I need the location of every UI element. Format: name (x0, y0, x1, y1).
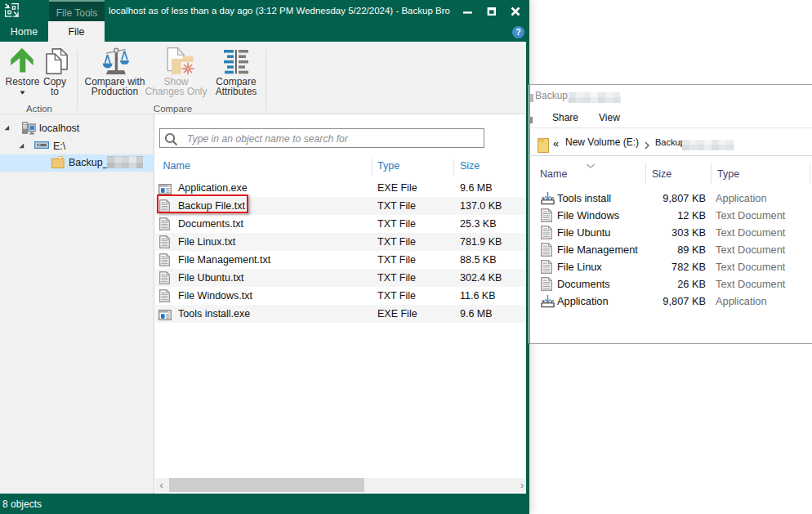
svg-text:?: ? (515, 27, 520, 37)
